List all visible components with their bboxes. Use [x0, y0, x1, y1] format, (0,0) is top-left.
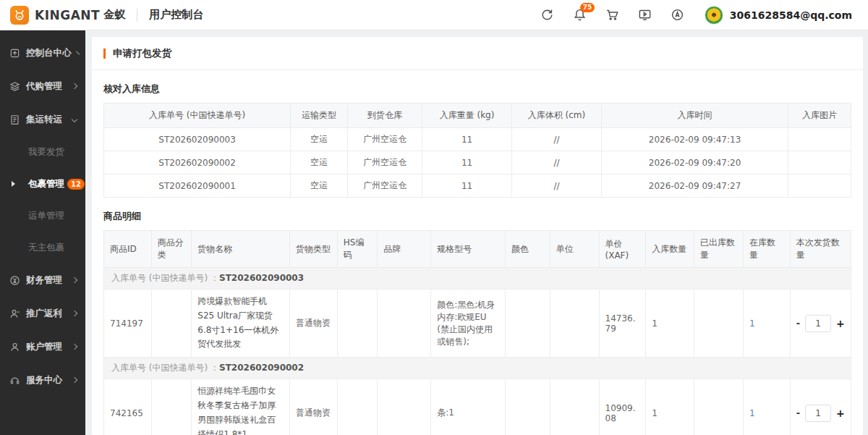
sidebar-item-referral[interactable]: 推广返利	[0, 297, 85, 330]
unit-cell	[550, 379, 599, 435]
product-row: 742165 恒源祥纯羊毛围巾女秋冬季复古格子加厚男围脖韩版送礼盒百搭情侣1.8…	[104, 379, 851, 435]
spec-cell: 颜色:黑色;机身内存:欧规EU (禁止国内使用或销售);	[431, 290, 506, 358]
cart-icon[interactable]	[605, 8, 620, 22]
warehouse-cell: 广州空运仓	[347, 151, 422, 174]
main-area: 申请打包发货 核对入库信息 入库单号 (中国快递单号) 运输类型	[85, 30, 868, 435]
transport-cell: 空运	[291, 174, 348, 198]
sidebar-item-service[interactable]: 服务中心	[0, 363, 85, 397]
product-id-cell: 714197	[104, 290, 152, 358]
decrement-button[interactable]: -	[796, 318, 800, 329]
page-title-row: 申请打包发货	[92, 37, 863, 70]
video-monitor-icon[interactable]	[638, 8, 652, 22]
ship-qty-input[interactable]	[805, 405, 831, 422]
col-goods-type: 货物类型	[289, 231, 337, 268]
col-weight: 入库重量 (kg)	[422, 104, 512, 128]
col-inbound-time: 入库时间	[601, 104, 788, 128]
inbound-header-row: 入库单号 (中国快递单号) 运输类型 到货仓库 入库重量 (kg) 入库体积 (…	[104, 104, 851, 128]
user-avatar	[705, 6, 723, 25]
submenu-item-ship-goods[interactable]: 我要发货	[0, 136, 85, 168]
inbound-row: ST202602090002 空运 广州空运仓 11 // 2026-02-09…	[104, 151, 851, 174]
document-icon	[9, 114, 20, 125]
inbound-no-cell: ST202602090003	[104, 128, 291, 151]
time-cell: 2026-02-09 09:47:20	[601, 151, 788, 174]
hs-code-cell	[337, 290, 378, 358]
brand-name-cn: 金蚁	[103, 8, 125, 22]
col-unit: 单位	[550, 231, 599, 268]
col-stock-qty: 在库数量	[743, 231, 790, 268]
goods-name-cell: 跨境爆款智能手机S25 Ultra厂家现货6.8寸1+16一体机外贸代发批发	[192, 290, 290, 358]
brand-logo-icon[interactable]	[10, 6, 29, 25]
submenu-item-unclaimed-packages[interactable]: 无主包裹	[0, 232, 85, 263]
col-product-id: 商品ID	[104, 231, 152, 268]
page-content: 核对入库信息 入库单号 (中国快递单号) 运输类型 到货仓库	[92, 70, 863, 435]
content-card: 申请打包发货 核对入库信息 入库单号 (中国快递单号) 运输类型	[92, 37, 863, 435]
product-table: 商品ID 商品分类 货物名称 货物类型 HS编码 品牌 规格型号 颜色 单位 单…	[103, 230, 851, 435]
sidebar-item-console-center[interactable]: 控制台中心	[0, 36, 85, 69]
volume-cell: //	[512, 128, 602, 151]
col-warehouse: 到货仓库	[347, 104, 422, 128]
sidebar-item-finance[interactable]: 财务管理	[0, 263, 85, 297]
submenu-item-waybill-management[interactable]: 运单管理	[0, 200, 85, 232]
console-icon	[9, 48, 20, 59]
inbound-no-cell: ST202602090001	[104, 174, 291, 198]
photo-cell	[788, 128, 851, 151]
category-cell	[151, 290, 192, 358]
col-color: 颜色	[506, 231, 550, 268]
col-ship-qty: 本次发货数量	[790, 231, 851, 268]
account-menu[interactable]: 3061628584@qq.com	[705, 6, 852, 25]
warehouse-cell: 广州空运仓	[347, 174, 422, 198]
quantity-stepper: - +	[796, 315, 845, 332]
chevron-down-icon	[72, 117, 77, 122]
group-inbound-no: ST202602090002	[219, 363, 304, 373]
time-cell: 2026-02-09 09:47:27	[601, 174, 788, 198]
layers-icon	[9, 81, 20, 92]
section-title-inbound: 核对入库信息	[103, 83, 851, 96]
stock-qty-cell[interactable]: 1	[743, 290, 790, 358]
page-title: 申请打包发货	[113, 47, 171, 60]
group-inbound-no: ST202602090003	[219, 273, 304, 283]
col-inbound-no: 入库单号 (中国快递单号)	[104, 104, 291, 128]
ship-qty-input[interactable]	[805, 315, 831, 332]
weight-cell: 11	[422, 151, 512, 174]
sidebar-nav: 控制台中心 代购管理 集运转运 我要发货 包裹管理 12	[0, 30, 85, 435]
inbound-table: 入库单号 (中国快递单号) 运输类型 到货仓库 入库重量 (kg) 入库体积 (…	[103, 103, 851, 198]
col-unit-price: 单价(XAF)	[599, 231, 646, 268]
sidebar-item-freight[interactable]: 集运转运	[0, 103, 85, 136]
assistant-circled-a-icon[interactable]	[671, 8, 685, 22]
notifications-bell-icon[interactable]: 75	[573, 8, 587, 22]
brand-cell	[378, 290, 431, 358]
warehouse-cell: 广州空运仓	[347, 128, 422, 151]
finance-yen-icon	[9, 275, 20, 286]
goods-type-cell: 普通物资	[289, 379, 337, 435]
sidebar-item-account[interactable]: 账户管理	[0, 330, 85, 363]
brand-name: KINGANT	[35, 8, 100, 22]
active-arrow-icon	[12, 181, 15, 187]
person-share-icon	[9, 308, 20, 319]
sidebar-item-purchasing[interactable]: 代购管理	[0, 69, 85, 103]
unit-price-cell: 14736.79	[599, 290, 646, 358]
submenu-item-package-management[interactable]: 包裹管理 12	[0, 168, 85, 200]
col-brand: 品牌	[378, 231, 431, 268]
weight-cell: 11	[422, 128, 512, 151]
product-id-cell: 742165	[104, 379, 152, 435]
quantity-stepper: - +	[796, 405, 845, 422]
headset-icon	[9, 375, 20, 386]
header-actions: 75	[540, 6, 852, 25]
volume-cell: //	[512, 174, 602, 198]
increment-button[interactable]: +	[836, 407, 845, 419]
decrement-button[interactable]: -	[796, 407, 800, 418]
inbound-row: ST202602090003 空运 广州空运仓 11 // 2026-02-09…	[104, 128, 851, 151]
color-cell	[506, 290, 550, 358]
group-row: 入库单号 (中国快递单号) ：ST202602090003	[104, 268, 851, 290]
col-transport-type: 运输类型	[291, 104, 348, 128]
stock-qty-cell[interactable]: 1	[743, 379, 790, 435]
header-divider	[137, 9, 137, 22]
hs-code-cell	[337, 379, 378, 435]
out-qty-cell	[694, 290, 744, 358]
increment-button[interactable]: +	[836, 318, 845, 329]
weight-cell: 11	[422, 174, 512, 198]
photo-cell	[788, 151, 851, 174]
time-cell: 2026-02-09 09:47:13	[601, 128, 788, 151]
history-icon[interactable]	[540, 8, 555, 22]
col-in-qty: 入库数量	[646, 231, 694, 268]
